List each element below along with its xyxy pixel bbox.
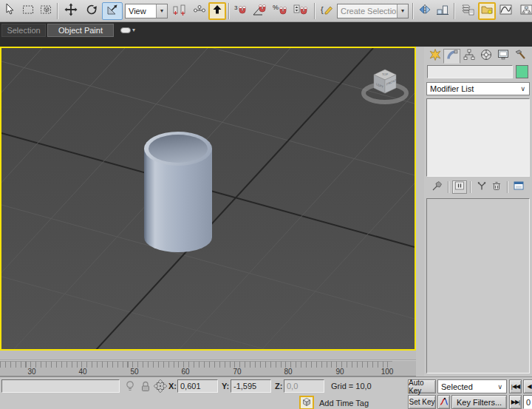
manage-layers-button[interactable] [457, 2, 478, 20]
3dsmax-window: { "toolbar": { "reference_coord_system":… [0, 0, 532, 409]
configure-window-icon [513, 180, 525, 195]
selection-region-button[interactable] [19, 2, 37, 20]
pin-stack-button[interactable] [430, 180, 445, 194]
use-pivot-point-center-button[interactable] [170, 2, 191, 20]
main-toolbar: View ▾ 3 % [0, 0, 532, 22]
minimize-ribbon-button[interactable]: ▾ [117, 25, 139, 36]
angle-snap-magnet-icon [252, 3, 268, 19]
absolute-offset-mode-toggle[interactable] [154, 379, 167, 396]
tab-object-paint[interactable]: Object Paint [47, 24, 114, 37]
status-prompt-field[interactable] [1, 379, 120, 393]
y-coordinate-label: Y: [222, 379, 229, 393]
tangent-curve-icon [439, 396, 449, 408]
add-time-tag[interactable]: Add Time Tag [319, 396, 369, 409]
toolbar-separator [228, 3, 230, 19]
modifier-list-dropdown[interactable]: Modifier List ∨ [426, 82, 530, 95]
dropdown-arrow-icon: ▾ [132, 27, 135, 33]
isolate-selection-button[interactable] [124, 379, 136, 396]
svg-text:{: { [321, 5, 324, 14]
schematic-view-button[interactable] [516, 2, 532, 20]
percent-snap-magnet-icon: % [273, 3, 289, 19]
viewport-panel-divider[interactable] [416, 47, 424, 376]
go-to-start-button[interactable]: |◀◀ [509, 379, 522, 393]
select-and-scale-button[interactable] [102, 2, 123, 20]
window-crossing-button[interactable] [37, 2, 55, 20]
motion-panel-tab[interactable] [477, 49, 494, 64]
curve-editor-icon [499, 3, 514, 19]
select-object-button[interactable] [1, 2, 19, 20]
configure-modifier-sets-button[interactable] [511, 180, 526, 194]
toolbar-separator [57, 3, 58, 19]
keyboard-shortcut-override-toggle[interactable] [208, 2, 226, 20]
toolbar-separator [314, 3, 316, 19]
show-end-result-button[interactable] [452, 180, 467, 194]
viewcube[interactable]: TOP LEFT FRONT [361, 65, 409, 105]
edit-named-selection-sets-button[interactable]: { [318, 2, 335, 20]
chevron-down-icon: ∨ [520, 85, 525, 92]
curve-editor-button[interactable] [496, 2, 516, 20]
mirror-button[interactable] [416, 2, 434, 20]
snap-3d-magnet-icon: 3 [233, 3, 248, 19]
status-bar: X: 0,601 Y: -1,595 Z: 0,0 Grid = 10,0 s … [0, 376, 532, 409]
spinner-snap-toggle-button[interactable] [291, 2, 312, 20]
key-filters-button[interactable]: Key Filters... [451, 395, 507, 409]
utilities-panel-tab[interactable] [511, 49, 528, 64]
lightbulb-icon [124, 382, 136, 395]
dropdown-arrow-icon[interactable]: ▾ [156, 4, 167, 18]
named-selection-set-combo[interactable]: Create Selection Se ▾ [337, 4, 409, 18]
object-name-field[interactable] [427, 65, 513, 78]
modifier-list-label: Modifier List [430, 84, 474, 93]
percent-snap-toggle-button[interactable]: % [270, 2, 291, 20]
previous-frame-button[interactable]: ◀ [523, 379, 532, 393]
lock-icon [140, 382, 151, 395]
select-and-manipulate-button[interactable] [191, 2, 208, 20]
set-key-button[interactable]: Set Key [408, 395, 436, 409]
hierarchy-tree-icon [463, 49, 475, 64]
modify-panel-tab[interactable] [443, 49, 460, 64]
track-bar[interactable]: 30 40 50 60 70 80 90 100 [0, 361, 424, 376]
display-panel-tab[interactable] [494, 49, 511, 64]
snaps-toggle-3d-button[interactable]: 3 [232, 2, 250, 20]
modify-bend-icon [446, 49, 458, 64]
hierarchy-panel-tab[interactable] [460, 49, 477, 64]
track-bar-label: 100 [381, 368, 394, 376]
mirror-icon [418, 3, 432, 19]
object-color-swatch[interactable] [516, 65, 528, 78]
go-to-end-button[interactable]: ▶▶| [509, 395, 522, 409]
remove-modifier-button[interactable] [489, 180, 504, 194]
rollout-scroll-area[interactable] [426, 198, 530, 373]
go-to-start-icon: |◀◀ [511, 383, 519, 390]
default-tangent-button[interactable] [437, 395, 450, 409]
svg-text:3: 3 [234, 4, 238, 11]
move-arrows-icon [64, 3, 78, 19]
perspective-viewport[interactable]: TOP LEFT FRONT [0, 47, 416, 351]
angle-snap-toggle-button[interactable] [250, 2, 270, 20]
track-bar-label: 70 [233, 368, 241, 376]
auto-key-button[interactable]: Auto Key [408, 379, 436, 393]
utilities-hammer-icon [514, 49, 526, 64]
selected-object-mode-button[interactable] [299, 396, 314, 409]
select-and-move-button[interactable] [61, 2, 81, 20]
modifier-stack-list[interactable] [426, 98, 530, 177]
x-coordinate-field[interactable]: 0,601 [177, 379, 218, 393]
manipulate-icon [193, 3, 206, 19]
create-star-icon [429, 49, 441, 64]
z-coordinate-label: Z: [275, 379, 282, 393]
make-unique-fork-icon [476, 180, 488, 195]
make-unique-button[interactable] [474, 180, 489, 194]
select-and-rotate-button[interactable] [81, 2, 102, 20]
dashed-rectangle-cube-icon [39, 3, 52, 19]
schematic-view-icon [519, 3, 532, 19]
tab-selection[interactable]: Selection [1, 24, 46, 37]
key-filter-selection-dropdown[interactable]: Selected ∨ [437, 379, 507, 393]
toggle-scene-explorer-button[interactable] [478, 2, 496, 20]
y-coordinate-field[interactable]: -1,595 [231, 379, 271, 393]
z-coordinate-field[interactable]: 0,0 [284, 379, 324, 393]
time-slider-track[interactable] [0, 351, 424, 360]
create-panel-tab[interactable] [426, 49, 443, 64]
align-button[interactable] [434, 2, 451, 20]
reference-coordinate-system-dropdown[interactable]: View ▾ [125, 4, 168, 18]
dropdown-arrow-icon[interactable]: ▾ [397, 4, 408, 18]
selection-lock-toggle[interactable] [140, 379, 151, 396]
current-frame-field[interactable]: 0 [523, 395, 532, 409]
